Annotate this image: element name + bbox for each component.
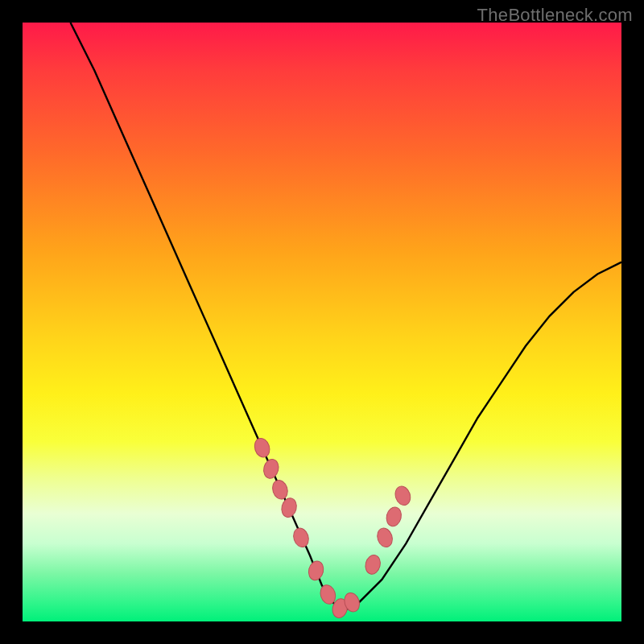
marker-point [375, 526, 395, 549]
marker-point [262, 457, 280, 480]
marker-point [364, 553, 382, 576]
bottleneck-curve [71, 23, 622, 609]
marker-point [385, 506, 403, 528]
marker-group [252, 436, 412, 619]
marker-point [307, 559, 325, 582]
chart-frame: TheBottleneck.com [0, 0, 644, 644]
bottleneck-curve-svg [23, 23, 621, 621]
plot-area [23, 23, 621, 621]
watermark-text: TheBottleneck.com [477, 5, 633, 26]
marker-point [393, 485, 413, 507]
marker-point [270, 478, 291, 501]
marker-point [252, 436, 272, 459]
marker-point [279, 497, 298, 519]
marker-point [291, 526, 312, 549]
